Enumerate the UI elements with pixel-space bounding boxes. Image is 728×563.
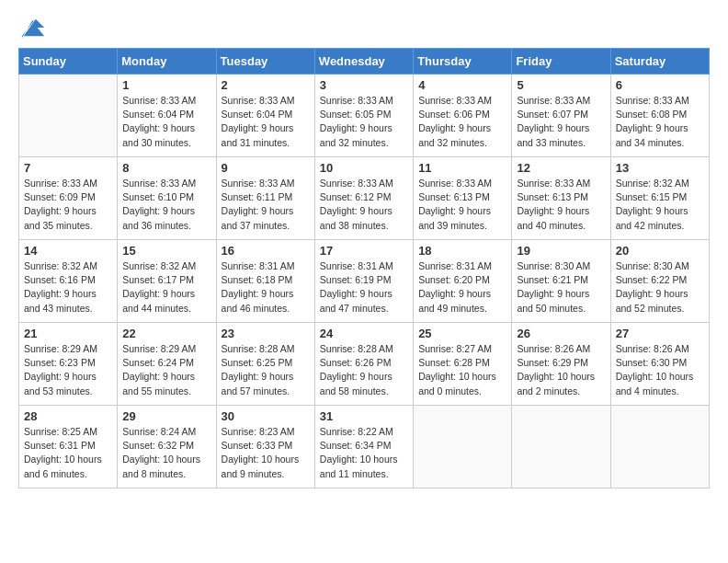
day-info: Sunrise: 8:33 AMSunset: 6:13 PMDaylight:… bbox=[418, 177, 506, 233]
weekday-header-wednesday: Wednesday bbox=[314, 49, 413, 75]
calendar-week-5: 28Sunrise: 8:25 AMSunset: 6:31 PMDayligh… bbox=[19, 406, 710, 488]
day-info: Sunrise: 8:22 AMSunset: 6:34 PMDaylight:… bbox=[320, 425, 408, 481]
calendar-cell: 22Sunrise: 8:29 AMSunset: 6:24 PMDayligh… bbox=[118, 323, 216, 406]
day-number: 19 bbox=[517, 244, 605, 258]
day-info: Sunrise: 8:33 AMSunset: 6:12 PMDaylight:… bbox=[320, 177, 408, 233]
calendar-cell: 10Sunrise: 8:33 AMSunset: 6:12 PMDayligh… bbox=[314, 157, 413, 240]
day-number: 3 bbox=[320, 78, 408, 92]
day-info: Sunrise: 8:31 AMSunset: 6:19 PMDaylight:… bbox=[320, 259, 408, 316]
day-info: Sunrise: 8:26 AMSunset: 6:30 PMDaylight:… bbox=[616, 342, 704, 398]
day-number: 24 bbox=[320, 327, 408, 340]
calendar-cell: 31Sunrise: 8:22 AMSunset: 6:34 PMDayligh… bbox=[314, 406, 413, 488]
day-info: Sunrise: 8:26 AMSunset: 6:29 PMDaylight:… bbox=[517, 342, 605, 398]
logo-icon bbox=[20, 15, 46, 40]
calendar-cell: 3Sunrise: 8:33 AMSunset: 6:05 PMDaylight… bbox=[314, 75, 413, 157]
day-number: 2 bbox=[222, 78, 310, 92]
day-number: 22 bbox=[122, 327, 210, 340]
weekday-header-sunday: Sunday bbox=[19, 49, 118, 75]
day-number: 31 bbox=[320, 409, 408, 423]
day-number: 16 bbox=[222, 244, 310, 258]
day-info: Sunrise: 8:24 AMSunset: 6:32 PMDaylight:… bbox=[122, 425, 210, 481]
day-info: Sunrise: 8:33 AMSunset: 6:08 PMDaylight:… bbox=[616, 94, 704, 150]
day-number: 28 bbox=[24, 409, 112, 423]
calendar-cell: 24Sunrise: 8:28 AMSunset: 6:26 PMDayligh… bbox=[314, 323, 413, 406]
calendar-cell: 16Sunrise: 8:31 AMSunset: 6:18 PMDayligh… bbox=[216, 240, 314, 323]
calendar-cell: 17Sunrise: 8:31 AMSunset: 6:19 PMDayligh… bbox=[314, 240, 413, 323]
day-number: 25 bbox=[418, 327, 506, 340]
calendar-cell: 30Sunrise: 8:23 AMSunset: 6:33 PMDayligh… bbox=[216, 406, 314, 488]
day-number: 7 bbox=[24, 161, 112, 175]
calendar-cell: 8Sunrise: 8:33 AMSunset: 6:10 PMDaylight… bbox=[118, 157, 216, 240]
calendar-cell: 6Sunrise: 8:33 AMSunset: 6:08 PMDaylight… bbox=[610, 75, 709, 157]
day-number: 13 bbox=[616, 161, 704, 175]
day-info: Sunrise: 8:33 AMSunset: 6:05 PMDaylight:… bbox=[320, 94, 408, 150]
calendar-cell: 1Sunrise: 8:33 AMSunset: 6:04 PMDaylight… bbox=[118, 75, 216, 157]
day-info: Sunrise: 8:30 AMSunset: 6:21 PMDaylight:… bbox=[517, 259, 605, 316]
weekday-header-friday: Friday bbox=[512, 49, 610, 75]
day-info: Sunrise: 8:29 AMSunset: 6:24 PMDaylight:… bbox=[122, 342, 210, 398]
calendar-cell: 26Sunrise: 8:26 AMSunset: 6:29 PMDayligh… bbox=[512, 323, 610, 406]
weekday-header-saturday: Saturday bbox=[610, 49, 709, 75]
day-number: 18 bbox=[418, 244, 506, 258]
day-info: Sunrise: 8:28 AMSunset: 6:26 PMDaylight:… bbox=[320, 342, 408, 398]
day-info: Sunrise: 8:33 AMSunset: 6:09 PMDaylight:… bbox=[24, 177, 112, 233]
calendar-cell: 28Sunrise: 8:25 AMSunset: 6:31 PMDayligh… bbox=[19, 406, 118, 488]
day-number: 21 bbox=[24, 327, 112, 340]
calendar-table: SundayMondayTuesdayWednesdayThursdayFrid… bbox=[18, 48, 710, 488]
calendar-cell bbox=[512, 406, 610, 488]
calendar-cell: 13Sunrise: 8:32 AMSunset: 6:15 PMDayligh… bbox=[610, 157, 709, 240]
day-number: 5 bbox=[517, 78, 605, 92]
day-info: Sunrise: 8:31 AMSunset: 6:18 PMDaylight:… bbox=[222, 259, 310, 316]
day-info: Sunrise: 8:31 AMSunset: 6:20 PMDaylight:… bbox=[418, 259, 506, 316]
day-info: Sunrise: 8:33 AMSunset: 6:10 PMDaylight:… bbox=[122, 177, 210, 233]
day-number: 17 bbox=[320, 244, 408, 258]
weekday-header-monday: Monday bbox=[118, 49, 216, 75]
day-number: 29 bbox=[122, 409, 210, 423]
day-info: Sunrise: 8:33 AMSunset: 6:13 PMDaylight:… bbox=[517, 177, 605, 233]
day-number: 10 bbox=[320, 161, 408, 175]
calendar-cell bbox=[414, 406, 512, 488]
calendar-week-3: 14Sunrise: 8:32 AMSunset: 6:16 PMDayligh… bbox=[19, 240, 710, 323]
weekday-header-row: SundayMondayTuesdayWednesdayThursdayFrid… bbox=[19, 49, 710, 75]
day-number: 1 bbox=[122, 78, 210, 92]
day-number: 8 bbox=[122, 161, 210, 175]
day-number: 9 bbox=[222, 161, 310, 175]
day-info: Sunrise: 8:32 AMSunset: 6:16 PMDaylight:… bbox=[24, 259, 112, 316]
page-header bbox=[18, 15, 710, 40]
day-number: 6 bbox=[616, 78, 704, 92]
calendar-cell: 29Sunrise: 8:24 AMSunset: 6:32 PMDayligh… bbox=[118, 406, 216, 488]
day-number: 14 bbox=[24, 244, 112, 258]
calendar-cell: 19Sunrise: 8:30 AMSunset: 6:21 PMDayligh… bbox=[512, 240, 610, 323]
calendar-cell: 21Sunrise: 8:29 AMSunset: 6:23 PMDayligh… bbox=[19, 323, 118, 406]
calendar-cell: 2Sunrise: 8:33 AMSunset: 6:04 PMDaylight… bbox=[216, 75, 314, 157]
calendar-cell: 5Sunrise: 8:33 AMSunset: 6:07 PMDaylight… bbox=[512, 75, 610, 157]
calendar-cell: 23Sunrise: 8:28 AMSunset: 6:25 PMDayligh… bbox=[216, 323, 314, 406]
calendar-cell: 11Sunrise: 8:33 AMSunset: 6:13 PMDayligh… bbox=[414, 157, 512, 240]
day-number: 26 bbox=[517, 327, 605, 340]
day-info: Sunrise: 8:23 AMSunset: 6:33 PMDaylight:… bbox=[222, 425, 310, 481]
calendar-cell: 15Sunrise: 8:32 AMSunset: 6:17 PMDayligh… bbox=[118, 240, 216, 323]
day-info: Sunrise: 8:29 AMSunset: 6:23 PMDaylight:… bbox=[24, 342, 112, 398]
day-info: Sunrise: 8:30 AMSunset: 6:22 PMDaylight:… bbox=[616, 259, 704, 316]
calendar-cell: 9Sunrise: 8:33 AMSunset: 6:11 PMDaylight… bbox=[216, 157, 314, 240]
day-number: 11 bbox=[418, 161, 506, 175]
svg-marker-0 bbox=[24, 19, 44, 37]
day-info: Sunrise: 8:33 AMSunset: 6:04 PMDaylight:… bbox=[122, 94, 210, 150]
day-number: 15 bbox=[122, 244, 210, 258]
day-info: Sunrise: 8:33 AMSunset: 6:06 PMDaylight:… bbox=[418, 94, 506, 150]
calendar-cell bbox=[610, 406, 709, 488]
day-info: Sunrise: 8:33 AMSunset: 6:11 PMDaylight:… bbox=[222, 177, 310, 233]
calendar-week-2: 7Sunrise: 8:33 AMSunset: 6:09 PMDaylight… bbox=[19, 157, 710, 240]
weekday-header-tuesday: Tuesday bbox=[216, 49, 314, 75]
day-number: 23 bbox=[222, 327, 310, 340]
calendar-week-1: 1Sunrise: 8:33 AMSunset: 6:04 PMDaylight… bbox=[19, 75, 710, 157]
calendar-cell bbox=[19, 75, 118, 157]
calendar-cell: 12Sunrise: 8:33 AMSunset: 6:13 PMDayligh… bbox=[512, 157, 610, 240]
day-number: 30 bbox=[222, 409, 310, 423]
day-info: Sunrise: 8:32 AMSunset: 6:17 PMDaylight:… bbox=[122, 259, 210, 316]
logo bbox=[18, 15, 46, 40]
day-info: Sunrise: 8:32 AMSunset: 6:15 PMDaylight:… bbox=[616, 177, 704, 233]
weekday-header-thursday: Thursday bbox=[414, 49, 512, 75]
day-info: Sunrise: 8:33 AMSunset: 6:07 PMDaylight:… bbox=[517, 94, 605, 150]
day-number: 4 bbox=[418, 78, 506, 92]
